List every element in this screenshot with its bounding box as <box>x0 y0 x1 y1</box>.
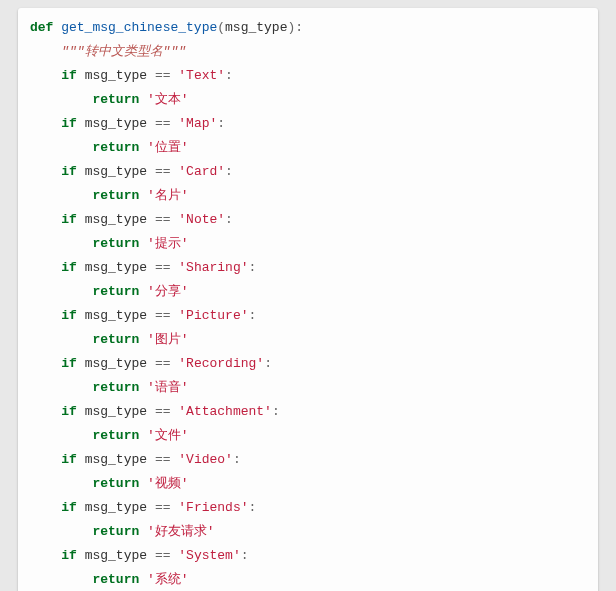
keyword-return: return <box>92 92 139 107</box>
keyword-return: return <box>92 284 139 299</box>
keyword-return: return <box>92 188 139 203</box>
indent <box>30 356 61 371</box>
space <box>77 212 85 227</box>
colon: : <box>225 68 233 83</box>
colon: : <box>225 164 233 179</box>
string-literal: '名片' <box>147 188 189 203</box>
operator-eq: == <box>155 548 171 563</box>
operator-eq: == <box>155 68 171 83</box>
string-literal: '图片' <box>147 332 189 347</box>
indent <box>30 380 92 395</box>
space <box>139 380 147 395</box>
identifier: msg_type <box>85 260 147 275</box>
string-literal: '分享' <box>147 284 189 299</box>
space <box>77 548 85 563</box>
string-literal: 'Video' <box>178 452 233 467</box>
indent <box>30 188 92 203</box>
code-line-return: return '名片' <box>30 184 586 208</box>
colon: : <box>225 212 233 227</box>
colon: : <box>249 308 257 323</box>
string-literal: 'Sharing' <box>178 260 248 275</box>
indent <box>30 212 61 227</box>
code-line-if: if msg_type == 'Text': <box>30 64 586 88</box>
colon: : <box>249 260 257 275</box>
space <box>147 404 155 419</box>
code-line-return: return '好友请求' <box>30 520 586 544</box>
code-line-if: if msg_type == 'Map': <box>30 112 586 136</box>
indent <box>30 404 61 419</box>
space <box>147 116 155 131</box>
code-line-if: if msg_type == 'Sharing': <box>30 256 586 280</box>
string-literal: '语音' <box>147 380 189 395</box>
space <box>147 500 155 515</box>
indent <box>30 524 92 539</box>
indent <box>30 332 92 347</box>
string-literal: 'Note' <box>178 212 225 227</box>
code-line-return: return '图片' <box>30 328 586 352</box>
code-line-if: if msg_type == 'System': <box>30 544 586 568</box>
string-literal: '文本' <box>147 92 189 107</box>
colon: : <box>272 404 280 419</box>
colon: : <box>233 452 241 467</box>
space <box>147 164 155 179</box>
code-line-def: def get_msg_chinese_type(msg_type): <box>30 16 586 40</box>
space <box>77 308 85 323</box>
indent <box>30 548 61 563</box>
string-literal: '视频' <box>147 476 189 491</box>
indent <box>30 308 61 323</box>
indent <box>30 260 61 275</box>
space <box>77 68 85 83</box>
space <box>139 140 147 155</box>
space <box>139 476 147 491</box>
string-literal: '系统' <box>147 572 189 587</box>
identifier: msg_type <box>85 212 147 227</box>
space <box>77 356 85 371</box>
keyword-return: return <box>92 524 139 539</box>
code-line-return: return '提示' <box>30 232 586 256</box>
indent <box>30 92 92 107</box>
indent <box>30 572 92 587</box>
string-literal: 'Friends' <box>178 500 248 515</box>
paren-open: ( <box>217 20 225 35</box>
code-line-if: if msg_type == 'Friends': <box>30 496 586 520</box>
keyword-if: if <box>61 68 77 83</box>
keyword-if: if <box>61 260 77 275</box>
indent <box>30 68 61 83</box>
colon: : <box>264 356 272 371</box>
space <box>147 308 155 323</box>
indent <box>30 284 92 299</box>
operator-eq: == <box>155 404 171 419</box>
operator-eq: == <box>155 308 171 323</box>
docstring: """转中文类型名""" <box>61 44 186 59</box>
keyword-return: return <box>92 476 139 491</box>
code-line-return: return '视频' <box>30 472 586 496</box>
space <box>147 548 155 563</box>
operator-eq: == <box>155 452 171 467</box>
code-line-docstring: """转中文类型名""" <box>30 40 586 64</box>
code-line-return: return '语音' <box>30 376 586 400</box>
identifier: msg_type <box>85 548 147 563</box>
string-literal: 'Text' <box>178 68 225 83</box>
space <box>139 332 147 347</box>
identifier: msg_type <box>85 308 147 323</box>
code-line-if: if msg_type == 'Picture': <box>30 304 586 328</box>
code-block: def get_msg_chinese_type(msg_type): """转… <box>18 8 598 591</box>
keyword-if: if <box>61 500 77 515</box>
keyword-if: if <box>61 212 77 227</box>
indent <box>30 164 61 179</box>
indent <box>30 428 92 443</box>
indent <box>30 476 92 491</box>
identifier: msg_type <box>85 452 147 467</box>
colon: : <box>295 20 303 35</box>
keyword-if: if <box>61 308 77 323</box>
code-line-if: if msg_type == 'Recording': <box>30 352 586 376</box>
operator-eq: == <box>155 356 171 371</box>
keyword-def: def <box>30 20 53 35</box>
identifier: msg_type <box>85 116 147 131</box>
code-line-if: if msg_type == 'Attachment': <box>30 400 586 424</box>
keyword-return: return <box>92 236 139 251</box>
operator-eq: == <box>155 260 171 275</box>
space <box>77 164 85 179</box>
space <box>147 452 155 467</box>
space <box>139 236 147 251</box>
